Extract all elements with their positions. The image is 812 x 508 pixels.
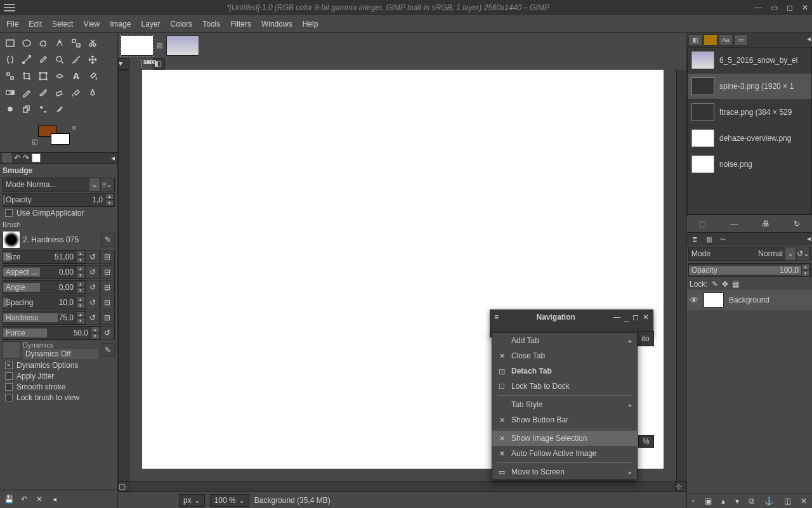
chevron-down-icon[interactable]: ⌄ (89, 178, 100, 191)
menu-windows[interactable]: Windows (261, 20, 292, 29)
tab-images[interactable] (32, 153, 41, 162)
menu-add-tab[interactable]: Add Tab▸ (492, 333, 637, 348)
spacing-slider[interactable]: Spacing10,0 (3, 298, 76, 307)
auto-button-fragment[interactable]: ito (637, 331, 654, 346)
tool-mypaint[interactable] (3, 101, 18, 117)
menu-image[interactable]: Image (110, 20, 131, 29)
menu-show-button-bar[interactable]: ✕Show Button Bar (492, 412, 637, 427)
tool-move[interactable] (85, 52, 100, 67)
layer-thumbnail[interactable] (704, 292, 724, 308)
tool-zoom[interactable] (52, 52, 67, 67)
delete-preset-icon[interactable]: ✕ (33, 493, 46, 505)
reset-colors-icon[interactable]: ◱ (32, 138, 37, 145)
menu-colors[interactable]: Colors (171, 20, 193, 29)
delete-icon[interactable]: 🖶 (762, 219, 769, 228)
menu-lock-tab[interactable]: ☐Lock Tab to Dock (492, 379, 637, 394)
close-tab-icon[interactable]: ⊠ (156, 41, 164, 50)
image-list-item[interactable]: ftrace.png (384 × 529 (688, 100, 811, 126)
tool-smudge[interactable] (52, 101, 67, 117)
menu-close-tab[interactable]: ✕Close Tab (492, 348, 637, 363)
dynamics-value[interactable]: Dynamics Off (23, 349, 98, 359)
raise-layer-icon[interactable]: ▴ (721, 497, 725, 505)
menu-show-image-selection[interactable]: ✕Show Image Selection (492, 431, 637, 446)
quickmask-toggle[interactable]: ▢ (118, 481, 129, 492)
hardness-slider[interactable]: Hardness75,0 (3, 313, 76, 322)
tab-undo-icon[interactable]: ↶ (14, 153, 20, 162)
layer-opacity-slider[interactable]: Opacity100,0 (689, 266, 801, 275)
image-list-item[interactable]: 6_5_2016_snow_by_el (688, 48, 811, 74)
hardness-reset-icon[interactable]: ↺ (86, 311, 100, 325)
hardness-link-icon[interactable]: ⊟ (100, 311, 114, 325)
menu-layer[interactable]: Layer (141, 20, 160, 29)
tab-channels[interactable]: ▥ (702, 234, 715, 244)
menu-select[interactable]: Select (52, 20, 73, 29)
nav-menu-icon[interactable]: ≡ (494, 313, 499, 322)
menu-view[interactable]: View (83, 20, 100, 29)
menu-tab-style[interactable]: Tab Style▸ (492, 397, 637, 412)
angle-link-icon[interactable]: ⊟ (100, 280, 114, 294)
menu-tools[interactable]: Tools (202, 20, 220, 29)
tool-text[interactable]: A (69, 68, 84, 84)
nav-minimize-icon[interactable]: _ (624, 313, 629, 322)
tool-airbrush[interactable] (69, 85, 84, 100)
brush-preview[interactable] (3, 231, 20, 249)
new-view-icon[interactable]: — (730, 219, 738, 228)
opacity-slider[interactable]: Opacity 1,0 (3, 195, 105, 204)
tab-redo-icon[interactable]: ↷ (23, 153, 29, 162)
tool-paintbrush[interactable] (36, 85, 51, 100)
dock-menu-icon[interactable]: ◂ (111, 153, 115, 162)
shade-icon[interactable]: — (613, 313, 620, 322)
tool-eraser[interactable] (52, 85, 67, 100)
tool-warp[interactable] (52, 68, 67, 84)
menu-help[interactable]: Help (303, 20, 318, 29)
maximize-icon[interactable]: ◻ (787, 3, 793, 12)
aspect-link-icon[interactable]: ⊟ (100, 265, 114, 279)
dynamics-preview[interactable] (3, 341, 20, 359)
tool-ink[interactable] (85, 85, 100, 100)
aspect-reset-icon[interactable]: ↺ (86, 265, 100, 279)
image-list-item[interactable]: noise.png (688, 152, 811, 178)
lock-alpha-icon[interactable]: ▦ (732, 280, 739, 289)
layer-mode-select[interactable]: Normal (713, 249, 785, 258)
tool-clone[interactable] (19, 101, 34, 117)
tool-transform[interactable] (36, 68, 51, 84)
reset-preset-icon[interactable]: ◂ (48, 493, 61, 505)
image-tab-2[interactable] (166, 36, 199, 56)
blend-mode-select[interactable]: Mode Norma... (3, 180, 89, 189)
merge-layer-icon[interactable]: ⚓ (764, 497, 774, 505)
new-layer-icon[interactable]: ▫ (692, 497, 695, 505)
vertical-ruler[interactable] (118, 70, 129, 481)
save-preset-icon[interactable]: 💾 (3, 493, 15, 505)
size-slider[interactable]: Size51,00 (3, 252, 76, 261)
minimize-icon[interactable]: — (754, 3, 762, 12)
dock-menu-icon[interactable]: ◂ (807, 34, 811, 46)
tool-bucket[interactable] (85, 68, 100, 84)
mode-reset-icon[interactable]: ↺⌄ (796, 247, 810, 261)
tab-paths[interactable]: ⤳ (716, 234, 729, 244)
ruler-corner[interactable]: ▾ (118, 58, 129, 70)
delete-layer-icon[interactable]: ✕ (801, 497, 807, 505)
raise-icon[interactable]: ⬚ (699, 219, 706, 228)
menu-auto-follow[interactable]: ✕Auto Follow Active Image (492, 446, 637, 461)
tab-patterns[interactable] (704, 34, 717, 46)
tab-fonts[interactable]: Aa (719, 34, 733, 46)
menu-move-to-screen[interactable]: ▭Move to Screen▸ (492, 464, 637, 479)
nav-preview-icon[interactable]: ⊹ (675, 481, 686, 492)
lower-layer-icon[interactable]: ▾ (735, 497, 739, 505)
tool-by-color[interactable] (69, 36, 84, 51)
refresh-icon[interactable]: ↻ (794, 219, 800, 228)
tool-align[interactable] (3, 68, 18, 84)
menu-detach-tab[interactable]: ◫Detach Tab (492, 363, 637, 379)
tab-tool-options[interactable] (3, 153, 11, 162)
horizontal-scrollbar[interactable] (129, 481, 675, 492)
app-menu-icon[interactable] (4, 2, 15, 13)
nav-close-icon[interactable]: ✕ (643, 313, 649, 322)
tool-foreground[interactable] (3, 52, 18, 67)
nav-maximize-icon[interactable]: ◻ (632, 313, 639, 322)
brush-edit-icon[interactable]: ✎ (101, 233, 115, 247)
dynamics-edit-icon[interactable]: ✎ (101, 343, 115, 357)
mask-layer-icon[interactable]: ◫ (784, 497, 791, 505)
lock-brush-checkbox[interactable]: Lock brush to view (3, 393, 115, 402)
vertical-scrollbar[interactable] (676, 70, 686, 481)
swap-colors-icon[interactable]: ⤭ (71, 124, 76, 131)
